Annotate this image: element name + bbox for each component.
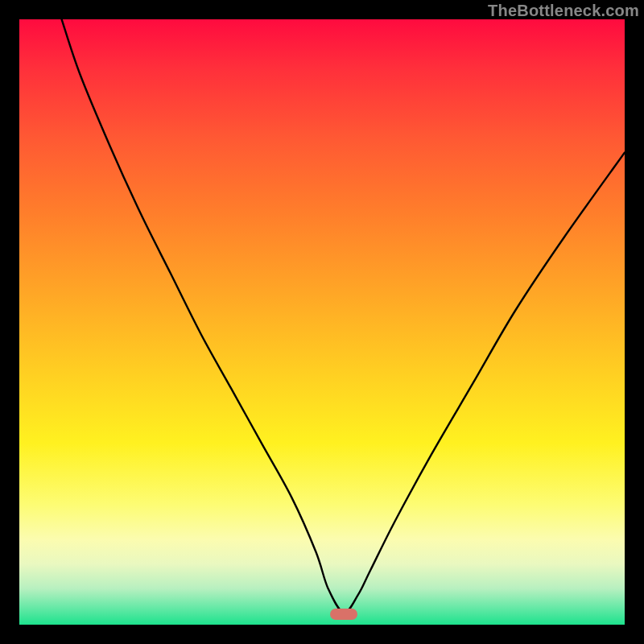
plot-area bbox=[19, 19, 625, 625]
optimum-marker bbox=[330, 609, 357, 620]
bottleneck-curve bbox=[19, 19, 625, 625]
chart-frame: TheBottleneck.com bbox=[0, 0, 644, 644]
watermark-text: TheBottleneck.com bbox=[488, 2, 639, 20]
